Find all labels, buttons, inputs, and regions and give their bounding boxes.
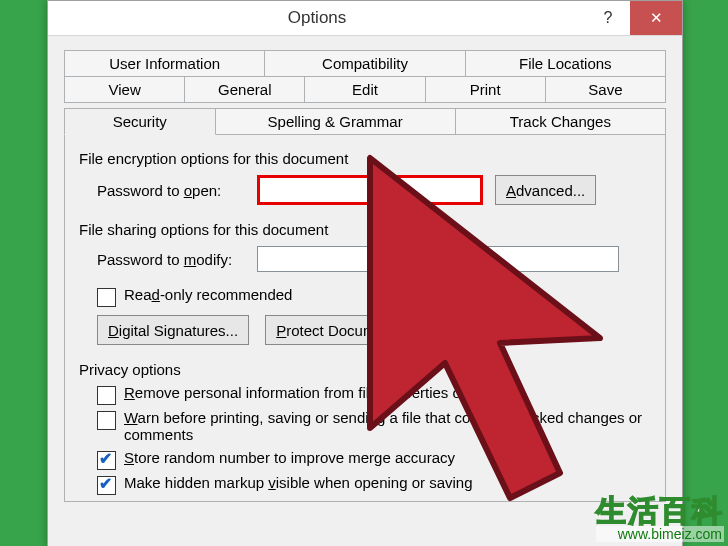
security-panel: File encryption options for this documen… xyxy=(64,134,666,502)
tab-user-information[interactable]: User Information xyxy=(64,50,265,77)
tab-file-locations[interactable]: File Locations xyxy=(465,50,666,77)
tab-security[interactable]: Security xyxy=(64,108,216,135)
visible-checkbox[interactable] xyxy=(97,476,116,495)
readonly-checkbox[interactable] xyxy=(97,288,116,307)
help-button[interactable]: ? xyxy=(586,1,630,35)
security-buttons: Digital Signatures... Protect Document..… xyxy=(97,315,651,345)
client-area: User Information Compatibility File Loca… xyxy=(48,36,682,502)
remove-pi-label: Remove personal information from file pr… xyxy=(124,384,505,401)
visible-label: Make hidden markup visible when opening … xyxy=(124,474,473,491)
password-modify-label: Password to modify: xyxy=(97,251,257,268)
tab-row-1: User Information Compatibility File Loca… xyxy=(64,50,666,77)
close-button[interactable]: ✕ xyxy=(630,1,682,35)
visible-row[interactable]: Make hidden markup visible when opening … xyxy=(97,474,651,493)
warn-checkbox[interactable] xyxy=(97,411,116,430)
readonly-label: Read-only recommended xyxy=(124,286,292,303)
warn-row[interactable]: Warn before printing, saving or sending … xyxy=(97,409,651,443)
password-modify-input[interactable] xyxy=(257,246,619,272)
tab-view[interactable]: View xyxy=(64,77,185,103)
encryption-group-label: File encryption options for this documen… xyxy=(79,150,651,167)
tab-print[interactable]: Print xyxy=(425,77,546,103)
store-checkbox[interactable] xyxy=(97,451,116,470)
tab-track-changes[interactable]: Track Changes xyxy=(455,108,666,135)
tab-row-3: Security Spelling & Grammar Track Change… xyxy=(64,108,666,135)
password-open-label: Password to open: xyxy=(97,182,257,199)
advanced-button[interactable]: Advanced... xyxy=(495,175,596,205)
protect-document-button[interactable]: Protect Document... xyxy=(265,315,420,345)
privacy-group-label: Privacy options xyxy=(79,361,651,378)
titlebar: Options ? ✕ xyxy=(48,1,682,36)
digital-signatures-button[interactable]: Digital Signatures... xyxy=(97,315,249,345)
tab-general[interactable]: General xyxy=(184,77,305,103)
tab-row-2: View General Edit Print Save xyxy=(64,77,666,103)
tab-edit[interactable]: Edit xyxy=(304,77,425,103)
password-open-input[interactable] xyxy=(257,175,483,205)
remove-pi-checkbox[interactable] xyxy=(97,386,116,405)
tab-spelling-grammar[interactable]: Spelling & Grammar xyxy=(215,108,456,135)
store-row[interactable]: Store random number to improve merge acc… xyxy=(97,449,651,468)
dialog-title: Options xyxy=(48,8,586,28)
remove-pi-row[interactable]: Remove personal information from file pr… xyxy=(97,384,651,403)
password-modify-row: Password to modify: xyxy=(97,246,651,272)
tab-save[interactable]: Save xyxy=(545,77,666,103)
password-open-row: Password to open: Advanced... xyxy=(97,175,651,205)
options-dialog: Options ? ✕ User Information Compatibili… xyxy=(47,0,683,546)
warn-label: Warn before printing, saving or sending … xyxy=(124,409,651,443)
sharing-group-label: File sharing options for this document xyxy=(79,221,651,238)
store-label: Store random number to improve merge acc… xyxy=(124,449,455,466)
readonly-row[interactable]: Read-only recommended xyxy=(97,286,651,305)
tab-compatibility[interactable]: Compatibility xyxy=(264,50,465,77)
